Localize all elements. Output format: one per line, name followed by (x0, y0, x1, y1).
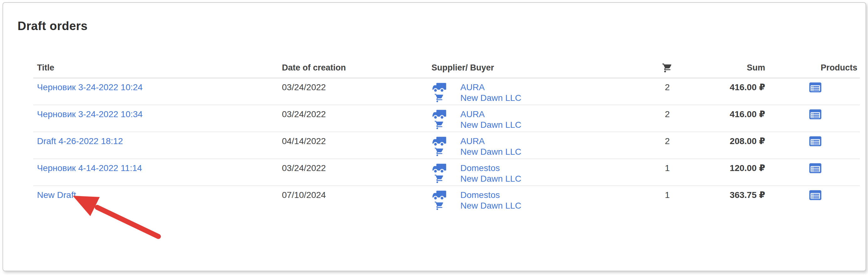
products-button[interactable] (809, 136, 822, 146)
order-sum: 416.00 ₽ (730, 82, 765, 92)
buyer-link[interactable]: New Dawn LLC (460, 119, 522, 130)
table-row: Draft 4-26-2022 18:12 04/14/2022 AURA Ne… (33, 132, 860, 159)
order-sum: 120.00 ₽ (730, 163, 765, 173)
column-header-products: Products (771, 60, 860, 78)
cart-icon (432, 93, 446, 103)
items-count: 2 (665, 136, 670, 146)
list-alt-icon (809, 190, 822, 201)
draft-title-link-new-draft[interactable]: New Draft (37, 190, 76, 200)
items-count: 2 (665, 82, 670, 92)
column-header-date: Date of creation (278, 60, 428, 78)
draft-title-link[interactable]: Черновик 4-14-2022 11:14 (37, 163, 142, 173)
draft-orders-card: Draft orders Title Date of creation Supp… (2, 2, 866, 271)
list-alt-icon (809, 109, 822, 119)
cart-icon (432, 201, 446, 211)
column-header-title: Title (33, 60, 278, 78)
table-row: Черновик 4-14-2022 11:14 03/24/2022 Dome… (33, 159, 860, 186)
column-header-sum: Sum (702, 60, 771, 78)
page-title: Draft orders (18, 19, 866, 33)
supplier-link[interactable]: Domestos (460, 163, 500, 174)
products-button[interactable] (809, 190, 822, 201)
draft-title-link[interactable]: Черновик 3-24-2022 10:34 (37, 109, 143, 119)
truck-icon (432, 163, 446, 174)
buyer-link[interactable]: New Dawn LLC (460, 201, 522, 211)
list-alt-icon (809, 82, 822, 93)
supplier-link[interactable]: AURA (460, 82, 485, 93)
buyer-link[interactable]: New Dawn LLC (460, 174, 522, 184)
table-row: New Draft 07/10/2024 Domestos New Dawn L… (33, 186, 860, 213)
items-count: 2 (665, 109, 670, 119)
products-button[interactable] (809, 109, 822, 119)
draft-title-link[interactable]: Черновик 3-24-2022 10:24 (37, 82, 143, 92)
products-button[interactable] (809, 82, 822, 93)
truck-icon (432, 109, 446, 120)
creation-date: 07/10/2024 (282, 190, 326, 200)
draft-title-link[interactable]: Draft 4-26-2022 18:12 (37, 136, 123, 146)
buyer-link[interactable]: New Dawn LLC (460, 93, 522, 103)
table-row: Черновик 3-24-2022 10:24 03/24/2022 AURA… (33, 78, 860, 105)
items-count: 1 (665, 163, 670, 173)
truck-icon (432, 82, 446, 93)
items-count: 1 (665, 190, 670, 200)
supplier-link[interactable]: Domestos (460, 190, 500, 201)
creation-date: 03/24/2022 (282, 109, 326, 119)
cart-icon (432, 147, 446, 157)
creation-date: 04/14/2022 (282, 136, 326, 146)
list-alt-icon (809, 163, 822, 174)
table-header-row: Title Date of creation Supplier/ Buyer S… (33, 60, 860, 78)
creation-date: 03/24/2022 (282, 163, 326, 173)
cart-icon (432, 174, 446, 184)
creation-date: 03/24/2022 (282, 82, 326, 92)
truck-icon (432, 136, 446, 147)
order-sum: 416.00 ₽ (730, 109, 765, 119)
buyer-link[interactable]: New Dawn LLC (460, 146, 522, 157)
order-sum: 363.75 ₽ (730, 190, 765, 200)
list-alt-icon (809, 136, 822, 146)
column-header-party: Supplier/ Buyer (428, 60, 633, 78)
table-row: Черновик 3-24-2022 10:34 03/24/2022 AURA… (33, 105, 860, 132)
supplier-link[interactable]: AURA (460, 109, 485, 119)
supplier-link[interactable]: AURA (460, 136, 485, 146)
orders-table-wrap: Title Date of creation Supplier/ Buyer S… (33, 60, 861, 213)
cart-icon (662, 63, 673, 73)
products-button[interactable] (809, 163, 822, 174)
column-header-cart (633, 60, 702, 78)
cart-icon (432, 120, 446, 130)
truck-icon (432, 190, 446, 201)
draft-orders-table: Title Date of creation Supplier/ Buyer S… (33, 60, 860, 213)
order-sum: 208.00 ₽ (730, 136, 765, 146)
